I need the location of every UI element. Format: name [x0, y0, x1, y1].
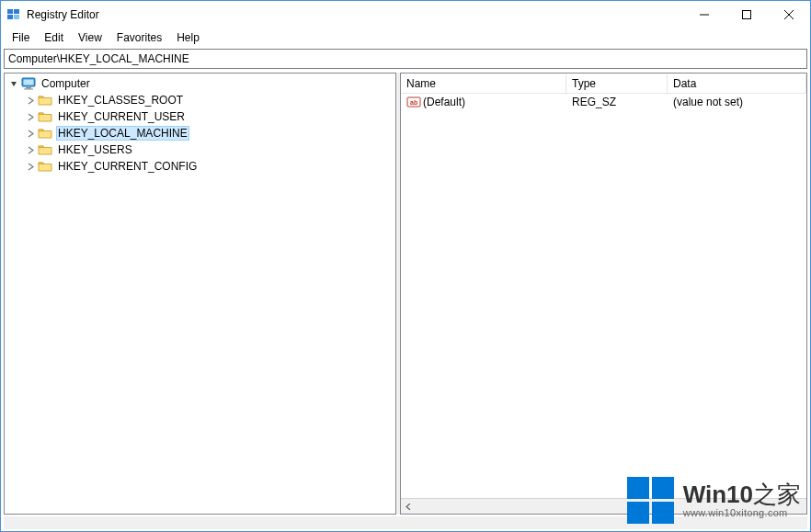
chevron-right-icon[interactable]	[25, 111, 36, 122]
tree-item[interactable]: HKEY_CURRENT_CONFIG	[5, 158, 395, 175]
computer-icon	[21, 76, 36, 91]
list-header: Name Type Data	[401, 74, 806, 94]
tree-item[interactable]: HKEY_LOCAL_MACHINE	[5, 125, 395, 141]
svg-rect-11	[24, 89, 33, 90]
folder-icon	[38, 109, 52, 124]
svg-rect-3	[14, 15, 19, 19]
tree-item-label: HKEY_USERS	[56, 142, 134, 157]
string-value-icon: ab	[406, 95, 421, 109]
tree-item[interactable]: HKEY_CLASSES_ROOT	[5, 92, 395, 108]
address-path: Computer\HKEY_LOCAL_MACHINE	[8, 52, 189, 65]
folder-icon	[38, 93, 52, 108]
list-item[interactable]: ab (Default) REG_SZ (value not set)	[401, 94, 806, 110]
svg-text:ab: ab	[410, 99, 417, 106]
tree-item-label: HKEY_LOCAL_MACHINE	[56, 126, 189, 141]
minimize-button[interactable]	[683, 1, 725, 28]
tree-item-label: HKEY_CLASSES_ROOT	[56, 93, 185, 108]
menu-edit[interactable]: Edit	[37, 29, 71, 46]
column-header-type[interactable]: Type	[566, 74, 668, 93]
svg-rect-0	[7, 9, 13, 14]
close-button[interactable]	[768, 1, 810, 28]
chevron-right-icon[interactable]	[25, 128, 36, 139]
tree-pane[interactable]: Computer HKEY_CLASSES_ROOTHKEY_CURRENT_U…	[4, 73, 396, 515]
tree-item[interactable]: HKEY_CURRENT_USER	[5, 108, 395, 125]
column-header-data[interactable]: Data	[668, 74, 806, 93]
svg-rect-9	[24, 80, 34, 85]
folder-icon	[38, 159, 52, 174]
chevron-right-icon[interactable]	[25, 95, 36, 106]
window-title: Registry Editor	[27, 8, 99, 21]
value-name-cell: ab (Default)	[401, 94, 566, 110]
tree-root-row[interactable]: Computer	[5, 75, 395, 92]
statusbar	[4, 516, 807, 529]
regedit-app-icon	[6, 7, 21, 22]
value-type: REG_SZ	[566, 95, 668, 109]
folder-icon	[38, 126, 52, 141]
menu-favorites[interactable]: Favorites	[109, 29, 169, 46]
menu-view[interactable]: View	[71, 29, 109, 46]
tree-item-label: HKEY_CURRENT_CONFIG	[56, 159, 199, 174]
list-pane: Name Type Data ab (Default) REG_SZ (valu…	[400, 73, 807, 515]
value-name: (Default)	[423, 96, 465, 108]
svg-rect-5	[743, 11, 751, 19]
menu-help[interactable]: Help	[169, 29, 207, 46]
svg-rect-1	[14, 9, 19, 14]
folder-icon	[38, 142, 52, 157]
tree-root-label: Computer	[40, 76, 92, 91]
tree-item[interactable]: HKEY_USERS	[5, 141, 395, 158]
value-data: (value not set)	[668, 95, 806, 109]
svg-rect-2	[7, 15, 13, 19]
main-split: Computer HKEY_CLASSES_ROOTHKEY_CURRENT_U…	[4, 73, 807, 515]
titlebar: Registry Editor	[1, 1, 810, 28]
menubar: File Edit View Favorites Help	[1, 28, 810, 47]
maximize-button[interactable]	[725, 1, 768, 28]
tree-item-label: HKEY_CURRENT_USER	[56, 109, 187, 124]
chevron-right-icon[interactable]	[25, 144, 36, 155]
chevron-right-icon[interactable]	[25, 161, 36, 172]
scroll-left-icon[interactable]	[401, 499, 417, 514]
svg-rect-10	[26, 87, 31, 89]
chevron-down-icon[interactable]	[8, 78, 19, 89]
menu-file[interactable]: File	[5, 29, 37, 46]
column-header-name[interactable]: Name	[401, 74, 566, 93]
list-body[interactable]: ab (Default) REG_SZ (value not set)	[401, 94, 806, 498]
horizontal-scrollbar[interactable]	[401, 498, 806, 514]
address-bar[interactable]: Computer\HKEY_LOCAL_MACHINE	[4, 49, 807, 69]
window-controls	[683, 1, 810, 28]
